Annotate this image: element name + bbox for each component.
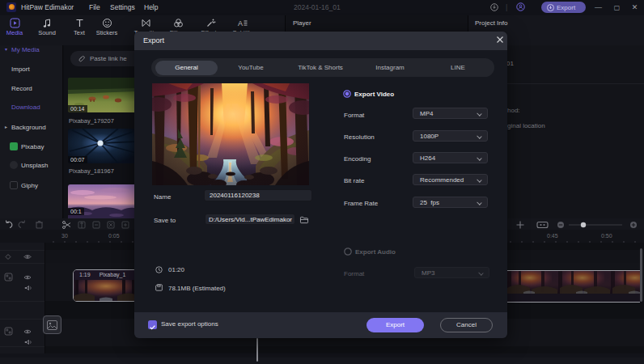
svg-text:A: A [238,19,243,28]
